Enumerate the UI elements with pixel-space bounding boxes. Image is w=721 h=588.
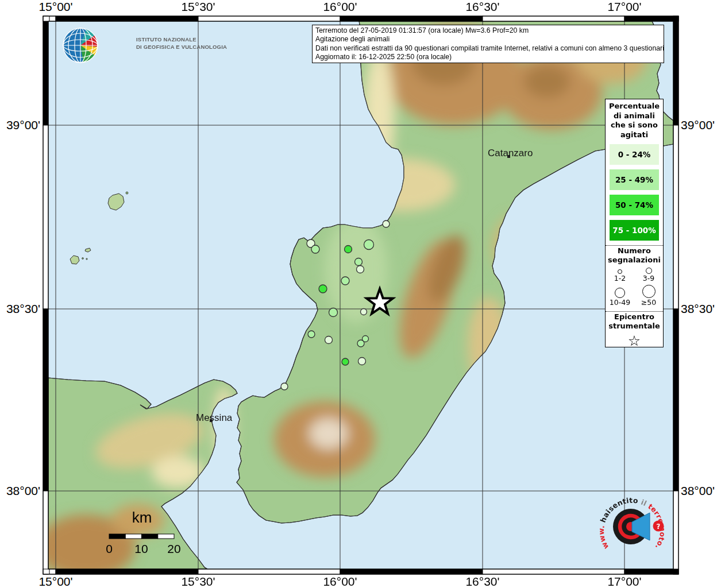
legend-title-line: che si sono bbox=[606, 121, 663, 130]
legend-count-grid: 1-23-910-49≥50 bbox=[606, 265, 663, 307]
lat-tick-right: 38°00' bbox=[681, 484, 721, 498]
legend-count-item: 1-2 bbox=[606, 265, 634, 283]
legend-divider bbox=[606, 245, 663, 246]
lon-tick-top: 16°30' bbox=[455, 0, 510, 14]
observation-point bbox=[355, 258, 363, 266]
lon-tick-top: 16°00' bbox=[313, 0, 368, 14]
title-line-source: Dati non verificati estratti da 90 quest… bbox=[315, 44, 661, 53]
count-circle-icon bbox=[618, 269, 622, 274]
scale-tick-label: 20 bbox=[157, 542, 191, 556]
epicenter-star-icon: ☆ bbox=[606, 332, 663, 347]
legend-title: Percentuale di animali che si sono agita… bbox=[606, 102, 663, 140]
legend-panel: Percentuale di animali che si sono agita… bbox=[605, 99, 664, 347]
legend-epicenter-title-line: strumentale bbox=[606, 322, 663, 331]
islet bbox=[86, 258, 87, 260]
legend-count-item: 10-49 bbox=[606, 283, 634, 307]
lon-tick-bottom: 15°00' bbox=[28, 575, 83, 588]
observation-point bbox=[345, 246, 352, 253]
lon-tick-top: 15°00' bbox=[28, 0, 83, 14]
observation-point bbox=[281, 383, 288, 390]
lat-tick-left: 38°30' bbox=[0, 302, 40, 316]
lon-tick-top: 17°00' bbox=[597, 0, 652, 14]
city-label-messina: Messina bbox=[196, 412, 232, 424]
legend-divider bbox=[606, 311, 663, 312]
observation-point bbox=[342, 358, 349, 365]
ingv-logo-icon bbox=[59, 26, 105, 64]
observation-point bbox=[319, 285, 327, 293]
ingv-name-line1: ISTITUTO NAZIONALE bbox=[136, 36, 227, 43]
watermark-www: www. bbox=[597, 525, 610, 551]
title-line-event: Terremoto del 27-05-2019 01:31:57 (ora l… bbox=[315, 26, 661, 35]
lat-tick-right: 39°00' bbox=[681, 118, 721, 132]
observation-point bbox=[358, 358, 366, 365]
title-line-updated: Aggiornato il: 16-12-2025 22:50 (ora loc… bbox=[315, 53, 661, 61]
legend-count-title-line: segnalazioni bbox=[606, 256, 663, 265]
observation-point bbox=[341, 277, 349, 285]
lat-tick-left: 39°00' bbox=[0, 118, 40, 132]
legend-title-line: Percentuale bbox=[606, 102, 663, 111]
legend-title-line: agitati bbox=[606, 130, 663, 140]
observation-point bbox=[357, 266, 364, 273]
scale-unit-label: km bbox=[119, 509, 165, 527]
haisentitoilterremoto-logo: ? www. haisentito il terremoto.it bbox=[593, 488, 672, 571]
scale-tick-label: 0 bbox=[92, 542, 126, 556]
observation-point bbox=[308, 331, 315, 338]
observation-point bbox=[325, 336, 333, 344]
count-label: 1-2 bbox=[614, 274, 626, 283]
legend-count-title: Numero segnalazioni bbox=[606, 246, 663, 265]
count-label: 10-49 bbox=[610, 299, 630, 307]
ingv-name-line2: DI GEOFISICA E VULCANOLOGIA bbox=[136, 43, 227, 51]
title-box: Terremoto del 27-05-2019 01:31:57 (ora l… bbox=[312, 25, 664, 63]
lon-tick-bottom: 16°00' bbox=[313, 575, 368, 588]
observation-point bbox=[383, 220, 390, 227]
lon-tick-bottom: 15°30' bbox=[171, 575, 226, 588]
count-label: ≥50 bbox=[641, 299, 656, 307]
lon-tick-top: 15°30' bbox=[171, 0, 226, 14]
observation-point bbox=[311, 245, 319, 253]
legend-swatch: 25 - 49% bbox=[610, 169, 659, 190]
title-line-subject: Agitazione degli animali bbox=[315, 35, 661, 44]
city-label-catanzaro: Catanzaro bbox=[488, 148, 533, 159]
legend-swatch: 75 - 100% bbox=[610, 220, 659, 241]
lat-tick-left: 38°00' bbox=[0, 484, 40, 498]
scale-tick-label: 10 bbox=[124, 542, 159, 556]
legend-count-title-line: Numero bbox=[606, 246, 663, 256]
scale-bar bbox=[109, 534, 174, 539]
legend-swatch: 0 - 24% bbox=[610, 144, 659, 165]
legend-count-item: 3-9 bbox=[634, 265, 663, 283]
watermark-il: il bbox=[640, 498, 649, 508]
islet bbox=[82, 258, 84, 260]
observation-point bbox=[357, 340, 364, 347]
legend-epicenter-title: Epicentro strumentale bbox=[606, 312, 663, 331]
count-circle-icon bbox=[646, 268, 652, 274]
observation-point bbox=[361, 309, 367, 315]
count-label: 3-9 bbox=[643, 274, 654, 283]
observation-point bbox=[329, 308, 338, 317]
legend-epicenter-title-line: Epicentro bbox=[606, 312, 663, 322]
count-circle-icon bbox=[642, 285, 656, 298]
ingv-logo-text: ISTITUTO NAZIONALE DI GEOFISICA E VULCAN… bbox=[136, 36, 227, 51]
lon-tick-bottom: 16°30' bbox=[455, 575, 510, 588]
lat-tick-right: 38°30' bbox=[681, 302, 721, 316]
count-circle-icon bbox=[615, 288, 625, 298]
legend-swatch: 50 - 74% bbox=[610, 195, 659, 215]
legend-title-line: di animali bbox=[606, 111, 663, 121]
legend-count-item: ≥50 bbox=[634, 283, 663, 307]
lon-tick-bottom: 17°00' bbox=[597, 575, 652, 588]
observation-point bbox=[364, 240, 374, 250]
legend-swatch-list: 0 - 24%25 - 49%50 - 74%75 - 100% bbox=[606, 144, 663, 241]
islet bbox=[126, 192, 128, 194]
earthquake-map-figure: 15°00' 15°30' 16°00' 16°30' 17°00' 15°00… bbox=[0, 0, 721, 588]
